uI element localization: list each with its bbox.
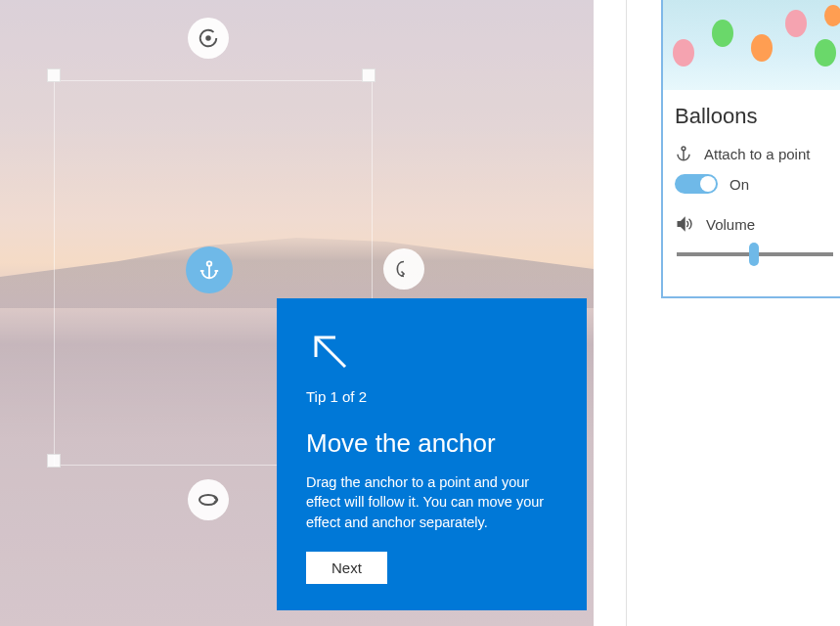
anchor-icon <box>675 145 692 162</box>
balloon-deco <box>815 39 836 67</box>
balloon-deco <box>785 10 807 37</box>
volume-slider[interactable] <box>677 252 833 256</box>
volume-row: Volume <box>663 209 840 239</box>
toggle-knob <box>700 176 716 192</box>
anchor-icon <box>199 259 220 281</box>
effect-properties-panel: Balloons Attach to a point On Volume <box>661 0 840 298</box>
rotate-cw-icon <box>198 27 219 49</box>
balloon-deco <box>751 34 773 62</box>
attach-toggle-row: On <box>663 168 840 200</box>
scene-mountain <box>0 230 594 308</box>
svg-point-1 <box>199 495 217 505</box>
svg-point-2 <box>207 261 212 266</box>
selection-edge-left <box>54 80 55 466</box>
selection-handle-top-right[interactable] <box>362 68 376 82</box>
effect-thumbnail <box>663 0 840 90</box>
rotate-vertical-button[interactable] <box>383 248 424 290</box>
rotate-horizontal-icon <box>197 491 220 509</box>
tutorial-tip-popup: Tip 1 of 2 Move the anchor Drag the anch… <box>277 298 587 610</box>
attach-toggle[interactable] <box>675 174 718 194</box>
panel-divider <box>626 0 627 626</box>
tip-body: Drag the anchor to a point and your effe… <box>306 472 557 532</box>
balloon-deco <box>673 39 694 67</box>
next-button[interactable]: Next <box>306 552 387 584</box>
balloon-deco <box>712 20 733 47</box>
video-canvas[interactable]: Tip 1 of 2 Move the anchor Drag the anch… <box>0 0 594 626</box>
rotate-vertical-icon <box>394 258 414 280</box>
svg-point-7 <box>682 147 685 151</box>
balloon-deco <box>824 5 840 26</box>
arrow-up-left-icon <box>306 328 353 375</box>
tip-title: Move the anchor <box>306 428 557 459</box>
svg-marker-9 <box>678 218 685 230</box>
toggle-state-label: On <box>729 176 749 193</box>
attach-label: Attach to a point <box>704 146 810 162</box>
effect-name: Balloons <box>663 90 840 139</box>
tip-counter: Tip 1 of 2 <box>306 388 557 405</box>
svg-point-0 <box>206 36 210 40</box>
selection-edge-top <box>54 80 372 81</box>
attach-row: Attach to a point <box>663 139 840 168</box>
anchor-handle[interactable] <box>186 246 233 293</box>
selection-handle-top-left[interactable] <box>47 68 61 82</box>
rotate-cw-button[interactable] <box>188 18 229 59</box>
volume-slider-thumb[interactable] <box>749 243 759 266</box>
rotate-horizontal-button[interactable] <box>188 479 229 520</box>
svg-line-6 <box>316 337 345 367</box>
selection-handle-bottom-left[interactable] <box>47 454 61 468</box>
volume-icon <box>675 215 694 233</box>
volume-label: Volume <box>706 216 755 233</box>
